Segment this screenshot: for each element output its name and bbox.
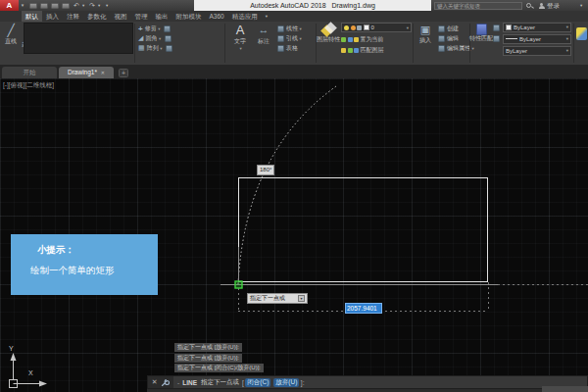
snap-marker	[235, 281, 242, 288]
dynamic-input-tooltip: 指定下一点或 ▾	[247, 293, 308, 304]
bracket-open: [	[242, 379, 244, 386]
command-history-line: 指定下一点或 [放弃(U)]:	[174, 354, 242, 363]
ucs-y-label: Y	[9, 345, 14, 352]
command-history-line: 指定下一点或 [闭合(C)/放弃(U)]:	[174, 364, 264, 372]
command-prompt: 指定下一点或	[201, 378, 239, 387]
customize-wrench-icon[interactable]	[161, 378, 170, 387]
coordinate-input[interactable]	[345, 303, 382, 314]
viewport-controls[interactable]: [-][俯视][二维线框]	[3, 81, 54, 90]
angle-tooltip: 180°	[257, 165, 274, 175]
dynamic-input-prompt: 指定下一点或	[250, 294, 298, 303]
active-command: LINE	[182, 379, 197, 386]
autocad-window: A ▾ ↶ ▾ ↷ ▾ ▾ Autodesk AutoCAD 2018 Draw…	[0, 0, 588, 392]
tip-title: 小提示：	[37, 244, 74, 257]
command-line-input[interactable]: - LINE 指定下一点或 [ 闭合(C) 放弃(U) ]:	[173, 378, 304, 387]
status-bar-fragment	[542, 386, 588, 392]
close-icon[interactable]: ✕	[152, 378, 158, 386]
tip-box: 小提示： 绘制一个简单的矩形	[11, 234, 158, 295]
command-line-bar: ✕ - LINE 指定下一点或 [ 闭合(C) 放弃(U) ]:	[147, 375, 588, 389]
arc-preview	[238, 86, 336, 284]
canvas-geometry	[0, 0, 588, 392]
keyword-close-option[interactable]: 闭合(C)	[245, 378, 270, 387]
keyword-undo-option[interactable]: 放弃(U)	[273, 378, 299, 387]
rectangle-outline	[239, 178, 488, 282]
command-bar-controls: ✕	[148, 376, 173, 388]
prompt-options-icon[interactable]: ▾	[298, 295, 305, 302]
command-history-line: 指定下一点或 [放弃(U)]:	[174, 343, 242, 352]
command-prefix: -	[177, 379, 179, 386]
tip-body: 绘制一个简单的矩形	[30, 265, 115, 277]
ucs-x-label: X	[28, 369, 33, 376]
bracket-close: ]:	[301, 379, 305, 386]
